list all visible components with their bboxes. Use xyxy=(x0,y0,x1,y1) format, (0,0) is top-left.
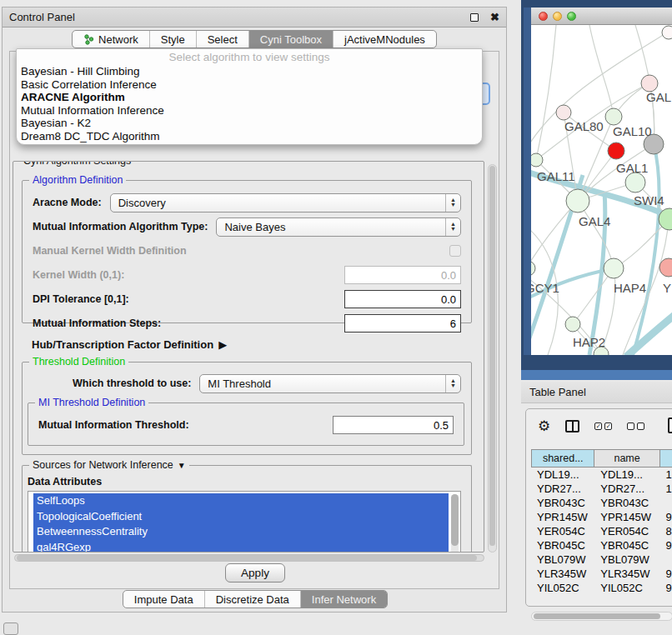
data-attributes-list[interactable]: SelfLoopsTopologicalCoefficientBetweenne… xyxy=(28,491,461,552)
table-row[interactable]: YBR043CYBR043C xyxy=(531,496,672,510)
aracne-mode-value: Discovery xyxy=(118,197,166,209)
cyni-algorithm-settings-group: Cyni Algorithm Settings Algorithm Defini… xyxy=(13,161,484,552)
data-attribute-item[interactable]: gal4RGexp xyxy=(33,540,449,553)
network-node[interactable] xyxy=(531,261,535,276)
gear-icon[interactable]: ⚙ xyxy=(538,418,550,435)
float-window-icon[interactable] xyxy=(470,13,479,22)
window-frame-accent xyxy=(521,370,672,380)
dpi-tolerance-field[interactable] xyxy=(344,290,461,308)
mi-steps-field[interactable] xyxy=(344,314,461,332)
tab-style[interactable]: Style xyxy=(149,31,196,48)
algorithm-option[interactable]: Basic Correlation Inference xyxy=(17,78,482,92)
node-label: Y xyxy=(663,281,671,295)
table-row[interactable]: YBL079WYBL079W xyxy=(531,552,672,567)
network-node[interactable] xyxy=(531,153,543,167)
network-edge xyxy=(589,25,614,117)
data-attributes-label: Data Attributes xyxy=(28,476,471,488)
select-all-checks-icon[interactable]: ✓✓ xyxy=(594,422,612,430)
table-cell: YBL079W xyxy=(594,553,659,566)
column-header[interactable] xyxy=(660,449,672,468)
table-row[interactable]: YPR145WYPR145W9. xyxy=(531,510,672,524)
network-node[interactable] xyxy=(625,172,645,192)
panel-corner-button[interactable] xyxy=(3,622,18,635)
table-cell: 9. xyxy=(660,568,672,580)
export-table-icon[interactable] xyxy=(668,418,672,433)
column-header[interactable]: name xyxy=(594,449,659,468)
table-row[interactable]: YER054CYER054C8. xyxy=(531,524,672,538)
close-icon[interactable]: ✖ xyxy=(490,13,499,22)
algorithm-option[interactable]: Bayesian - Hill Climbing xyxy=(17,65,482,78)
table-toolbar: ⚙ ✓✓ xyxy=(526,409,672,442)
network-node[interactable] xyxy=(662,26,672,39)
table-cell: YPR145W xyxy=(594,511,659,523)
table-cell: 9 xyxy=(660,582,672,594)
table-row[interactable]: YIL052CYIL052C9 xyxy=(531,581,672,595)
network-node[interactable] xyxy=(608,142,624,159)
expanded-arrow-icon[interactable]: ▼ xyxy=(178,461,186,470)
list-scrollbar[interactable] xyxy=(451,494,459,552)
table-cell: YDR27... xyxy=(531,482,594,495)
algorithm-option[interactable]: Mutual Information Inference xyxy=(17,104,482,118)
tab-network[interactable]: Network xyxy=(73,31,149,48)
network-node[interactable] xyxy=(604,258,624,278)
zoom-traffic-light-icon[interactable] xyxy=(567,12,576,21)
node-label: GCY1 xyxy=(531,281,559,295)
manual-kernel-label: Manual Kernel Width Definition xyxy=(33,245,187,257)
table-horizontal-scrollbar[interactable] xyxy=(531,612,672,621)
settings-vertical-scrollbar[interactable] xyxy=(488,164,497,552)
algorithm-option[interactable]: Dream8 DC_TDC Algorithm xyxy=(17,130,482,143)
network-node[interactable] xyxy=(556,105,571,120)
tab-jactivemnodules[interactable]: jActiveMNodules xyxy=(333,31,436,48)
table-row[interactable]: YLR345WYLR345W9. xyxy=(531,567,672,581)
table-cell: 8. xyxy=(660,525,672,538)
tab-impute-data[interactable]: Impute Data xyxy=(123,591,204,608)
deselect-all-checks-icon[interactable] xyxy=(627,422,644,430)
data-attribute-item[interactable]: SelfLoops xyxy=(33,493,449,509)
table-row[interactable]: YBR045CYBR045C9. xyxy=(531,538,672,552)
aracne-mode-combo[interactable]: Discovery ▲▼ xyxy=(110,193,461,212)
mi-type-combo[interactable]: Naive Bayes ▲▼ xyxy=(216,218,461,237)
table-row[interactable]: YDR27...YDR27...12 xyxy=(531,482,672,496)
network-node[interactable] xyxy=(605,108,622,125)
close-traffic-light-icon[interactable] xyxy=(539,12,548,21)
control-panel: Control Panel ✖ NetworkStyleSelectCyni T… xyxy=(2,7,507,612)
tab-select[interactable]: Select xyxy=(196,31,248,48)
manual-kernel-checkbox[interactable] xyxy=(449,245,461,257)
table-panel-body: ⚙ ✓✓ shared...name YDL19...YDL19...13YDR… xyxy=(525,408,672,607)
hub-definition-toggle-label[interactable]: Hub/Transcription Factor Definition xyxy=(32,338,213,351)
data-attribute-item[interactable]: BetweennessCentrality xyxy=(33,524,449,540)
tab-label: Style xyxy=(161,33,185,46)
network-canvas[interactable]: GALGAL80GAL10GAL1GAL11SWI4GAL4GCY1HAP4YH… xyxy=(531,25,672,355)
mi-threshold-field[interactable] xyxy=(333,416,454,434)
apply-button[interactable]: Apply xyxy=(225,563,285,582)
network-node[interactable] xyxy=(641,75,658,92)
table-cell: YER054C xyxy=(594,525,659,538)
minimize-traffic-light-icon[interactable] xyxy=(553,12,562,21)
network-edge xyxy=(626,315,672,355)
network-window-titlebar[interactable] xyxy=(531,8,672,25)
which-threshold-combo[interactable]: MI Threshold ▲▼ xyxy=(199,374,461,393)
collapsed-arrow-icon[interactable]: ▶ xyxy=(218,338,227,351)
columns-icon[interactable] xyxy=(565,420,579,432)
network-node[interactable] xyxy=(565,317,580,332)
tab-discretize-data[interactable]: Discretize Data xyxy=(204,591,300,608)
tab-infer-network[interactable]: Infer Network xyxy=(300,591,387,608)
table-row[interactable]: YDL19...YDL19...13 xyxy=(531,468,672,482)
mi-steps-label: Mutual Information Steps: xyxy=(33,318,161,329)
tab-cyni-toolbox[interactable]: Cyni Toolbox xyxy=(248,31,333,48)
node-table[interactable]: shared...name YDL19...YDL19...13YDR27...… xyxy=(531,449,672,606)
network-node[interactable] xyxy=(566,189,589,212)
mi-threshold-group-title: MI Threshold Definition xyxy=(35,397,148,408)
algorithm-option[interactable]: Bayesian - K2 xyxy=(17,117,482,130)
sources-group-title[interactable]: Sources for Network Inference xyxy=(33,459,173,471)
algorithm-definition-title: Algorithm Definition xyxy=(29,174,126,186)
kernel-width-field[interactable] xyxy=(344,266,461,284)
data-attribute-item[interactable]: TopologicalCoefficient xyxy=(33,509,449,525)
network-graph: GALGAL80GAL10GAL1GAL11SWI4GAL4GCY1HAP4YH… xyxy=(531,25,672,355)
column-header[interactable]: shared... xyxy=(531,449,594,468)
table-cell: YBR043C xyxy=(594,497,659,509)
control-panel-tabbar: NetworkStyleSelectCyni ToolboxjActiveMNo… xyxy=(3,30,506,48)
table-cell: 12 xyxy=(660,482,672,495)
algorithm-option[interactable]: ARACNE Algorithm xyxy=(17,91,482,104)
settings-horizontal-scrollbar[interactable] xyxy=(14,554,484,562)
